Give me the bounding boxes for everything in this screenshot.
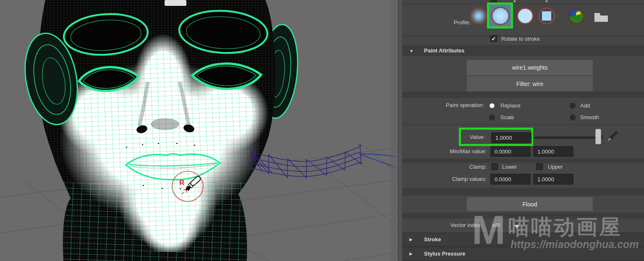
section-title: Stroke bbox=[424, 236, 441, 243]
viewport-canvas: R bbox=[0, 0, 398, 261]
vector-index-label: Vector index: bbox=[415, 222, 482, 228]
radio-smooth[interactable] bbox=[570, 115, 576, 120]
separator bbox=[402, 3, 644, 4]
clamp-lower-label: Lower bbox=[502, 164, 517, 170]
brush-profile-solid-icon[interactable] bbox=[517, 8, 534, 24]
group-gap bbox=[402, 91, 644, 98]
radio-replace[interactable] bbox=[489, 103, 495, 109]
vector-index-dropdown[interactable]: x/R bbox=[492, 222, 500, 228]
value-slider-track[interactable] bbox=[534, 136, 603, 139]
brush-profile-image-icon[interactable] bbox=[568, 8, 585, 24]
clamp-lower-checkbox[interactable] bbox=[491, 163, 498, 170]
check-icon: ✔ bbox=[492, 36, 496, 42]
value-slider-handle[interactable] bbox=[595, 129, 601, 144]
panel-edge bbox=[398, 0, 402, 261]
radio-add-label: Add bbox=[580, 102, 590, 109]
value-input[interactable] bbox=[491, 132, 531, 143]
section-stylus-pressure[interactable]: ▶ Stylus Pressure bbox=[402, 247, 644, 260]
browse-profile-folder-icon[interactable] bbox=[594, 11, 610, 23]
top-white-marker bbox=[165, 0, 186, 6]
radio-smooth-label: Smooth bbox=[580, 114, 599, 120]
clamp-upper-checkbox[interactable] bbox=[536, 163, 543, 170]
paint-attribute-button[interactable]: wire1.weights bbox=[467, 60, 593, 76]
collapse-arrow-icon[interactable]: ▶ bbox=[409, 251, 413, 256]
profile-label: Profile: bbox=[420, 19, 471, 26]
dropdown-arrow-icon[interactable] bbox=[514, 225, 520, 228]
group-gap bbox=[402, 188, 644, 196]
rotate-to-stroke-checkbox[interactable]: ✔ bbox=[490, 35, 497, 42]
radio-scale-label: Scale bbox=[500, 114, 514, 120]
collapse-arrow-icon[interactable]: ▼ bbox=[409, 49, 414, 53]
brush-profile-soft-icon[interactable] bbox=[491, 7, 510, 25]
min-max-label: Min/Max value: bbox=[423, 148, 487, 154]
clamp-upper-label: Upper bbox=[548, 164, 563, 170]
collapse-arrow-icon[interactable]: ▶ bbox=[409, 237, 413, 242]
flood-button[interactable]: Flood bbox=[467, 197, 593, 211]
viewport-right-shade bbox=[390, 0, 398, 261]
radio-add[interactable] bbox=[570, 103, 576, 109]
max-value-input[interactable] bbox=[533, 146, 573, 157]
brush-mode-letter: R bbox=[179, 179, 184, 187]
accumulate-opacity-checkbox[interactable] bbox=[490, 0, 497, 2]
paint-operation-label: Paint operation: bbox=[413, 102, 484, 108]
clipped-label-fragment bbox=[546, 0, 547, 2]
value-label: Value: bbox=[430, 134, 485, 140]
square-glyph bbox=[542, 11, 551, 21]
group-gap bbox=[402, 159, 644, 163]
rotate-to-stroke-label: Rotate to stroke bbox=[501, 36, 540, 42]
section-paint-attributes[interactable]: ▼ Paint Attributes bbox=[402, 45, 644, 56]
clipped-label-fragment bbox=[514, 0, 516, 2]
group-gap bbox=[402, 213, 644, 219]
section-title: Paint Attributes bbox=[424, 47, 464, 54]
radio-scale[interactable] bbox=[489, 115, 495, 120]
min-value-input[interactable] bbox=[490, 146, 531, 157]
tool-settings-panel: Profile: ✔ Rotate to stroke ▼ Paint Attr… bbox=[398, 0, 644, 261]
clamp-values-label: Clamp values: bbox=[415, 176, 487, 182]
maya-window: R Profile: bbox=[0, 0, 644, 261]
separator bbox=[402, 124, 644, 125]
brush-profile-square-icon[interactable] bbox=[538, 8, 555, 24]
eyedropper-icon[interactable] bbox=[605, 129, 619, 145]
clamp-min-input[interactable] bbox=[490, 174, 531, 185]
radio-replace-label: Replace bbox=[500, 102, 521, 109]
section-title: Stylus Pressure bbox=[424, 251, 465, 257]
clamp-label: Clamp: bbox=[432, 164, 487, 170]
section-stroke[interactable]: ▶ Stroke bbox=[402, 233, 644, 246]
clamp-max-input[interactable] bbox=[533, 174, 573, 185]
filter-button[interactable]: Filter: wire bbox=[467, 76, 593, 91]
brush-profile-gaussian-icon[interactable] bbox=[470, 8, 487, 24]
viewport-3d[interactable]: R bbox=[0, 0, 398, 261]
